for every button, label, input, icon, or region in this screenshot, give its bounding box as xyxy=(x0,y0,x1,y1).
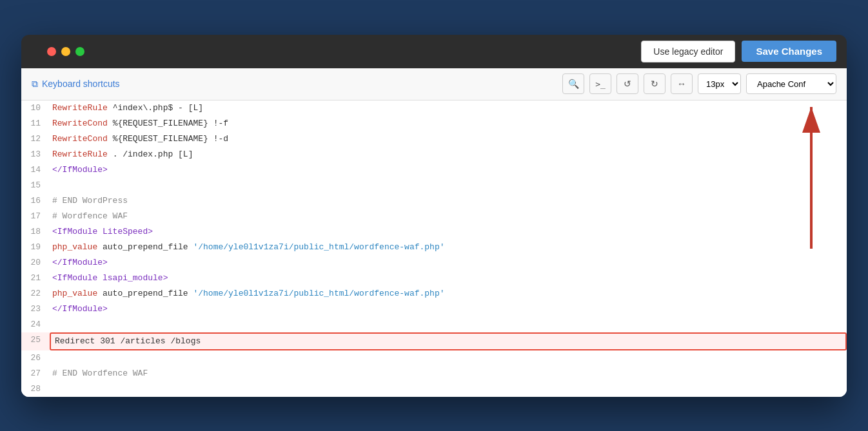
table-row: 17 # Wordfence WAF xyxy=(21,209,847,224)
main-window: Use legacy editor Save Changes ⧉ Keyboar… xyxy=(21,35,847,397)
table-row: 14 </IfModule> xyxy=(21,162,847,178)
redo-icon: ↻ xyxy=(651,79,658,89)
table-row: 19 php_value auto_prepend_file '/home/yl… xyxy=(21,240,847,255)
code-editor[interactable]: 10 RewriteRule ^index\.php$ - [L] 11 Rew… xyxy=(21,101,847,397)
terminal-icon: >_ xyxy=(595,79,606,89)
maximize-button[interactable] xyxy=(75,47,84,56)
table-row: 22 php_value auto_prepend_file '/home/yl… xyxy=(21,286,847,302)
table-row: 26 xyxy=(21,350,847,366)
table-row: 20 </IfModule> xyxy=(21,255,847,271)
table-row: 21 <IfModule lsapi_module> xyxy=(21,271,847,286)
minimize-button[interactable] xyxy=(61,47,70,56)
redo-button[interactable]: ↻ xyxy=(644,73,666,94)
close-button[interactable] xyxy=(47,47,56,56)
table-row: 27 # END Wordfence WAF xyxy=(21,366,847,381)
keyboard-shortcuts-link[interactable]: ⧉ Keyboard shortcuts xyxy=(32,79,120,90)
table-row: 11 RewriteCond %{REQUEST_FILENAME} !-f xyxy=(21,116,847,131)
table-row: 18 <IfModule LiteSpeed> xyxy=(21,224,847,240)
keyboard-shortcuts-label: Keyboard shortcuts xyxy=(42,79,120,89)
table-row: 15 xyxy=(21,178,847,193)
editor-toolbar: ⧉ Keyboard shortcuts 🔍 >_ ↺ ↻ ↔ 13px 11p… xyxy=(21,68,847,101)
font-size-select[interactable]: 13px 11px 12px 14px 16px xyxy=(698,73,741,94)
highlighted-code-line: 25 Redirect 301 /articles /blogs xyxy=(21,332,847,350)
table-row: 24 xyxy=(21,317,847,332)
undo-button[interactable]: ↺ xyxy=(616,73,638,94)
arrow-button[interactable]: ↔ xyxy=(671,73,693,94)
external-link-icon: ⧉ xyxy=(32,79,38,90)
arrow-icon: ↔ xyxy=(677,79,686,89)
search-icon: 🔍 xyxy=(568,79,579,89)
terminal-button[interactable]: >_ xyxy=(589,73,611,94)
table-row: 23 </IfModule> xyxy=(21,302,847,317)
table-row: 10 RewriteRule ^index\.php$ - [L] xyxy=(21,101,847,116)
table-row: 16 # END WordPress xyxy=(21,193,847,209)
title-bar: Use legacy editor Save Changes xyxy=(21,35,847,68)
search-button[interactable]: 🔍 xyxy=(562,73,584,94)
traffic-lights xyxy=(47,47,84,56)
table-row: 28 xyxy=(21,381,847,397)
table-row: 12 RewriteCond %{REQUEST_FILENAME} !-d xyxy=(21,131,847,147)
save-changes-button[interactable]: Save Changes xyxy=(742,41,836,62)
legacy-editor-button[interactable]: Use legacy editor xyxy=(641,41,735,62)
undo-icon: ↺ xyxy=(624,79,631,89)
language-select[interactable]: Apache Conf PHP HTML JavaScript CSS Text xyxy=(746,73,836,94)
editor-container: ⧉ Keyboard shortcuts 🔍 >_ ↺ ↻ ↔ 13px 11p… xyxy=(21,68,847,397)
table-row: 13 RewriteRule . /index.php [L] xyxy=(21,147,847,162)
